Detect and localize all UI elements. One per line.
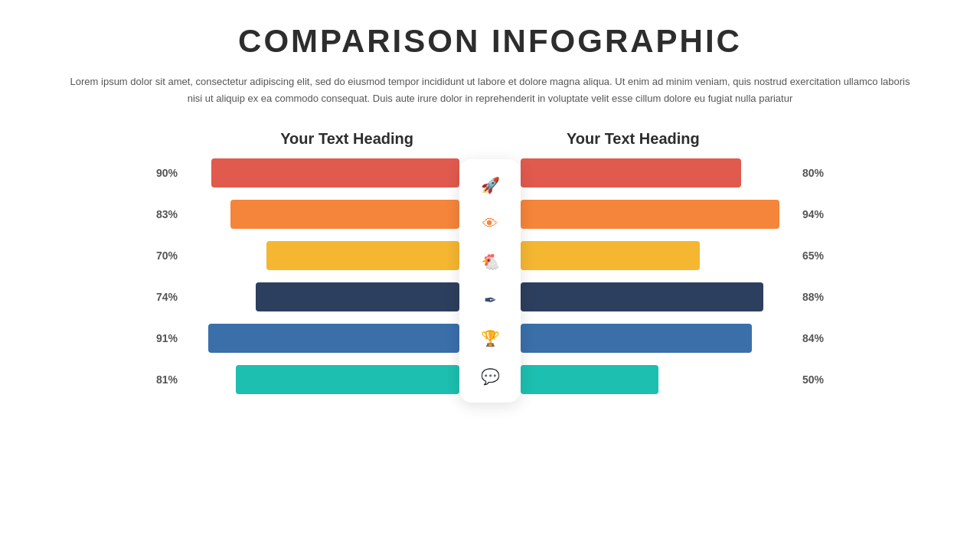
- right-bar-label: 80%: [802, 167, 833, 179]
- right-bar: [521, 365, 658, 394]
- right-bar-label: 84%: [802, 332, 833, 344]
- left-bar-label: 81%: [147, 373, 178, 386]
- right-bar-row: 84%: [521, 324, 934, 353]
- left-bar-label: 83%: [147, 208, 178, 220]
- right-bar-row: 88%: [521, 282, 934, 311]
- page-title: COMPARISON INFOGRAPHIC: [238, 23, 742, 60]
- right-bar: [521, 241, 700, 270]
- center-panel: 🚀👁🐔✒🏆💬: [459, 159, 521, 403]
- center-icon-3: ✒: [475, 285, 505, 315]
- left-heading: Your Text Heading: [46, 130, 459, 148]
- left-bar-label: 74%: [147, 291, 178, 303]
- left-bar: [236, 365, 459, 394]
- left-bar-row: 91%: [46, 324, 459, 353]
- left-bar: [230, 200, 459, 229]
- right-bar: [521, 282, 763, 311]
- right-bar-label: 88%: [802, 291, 833, 303]
- right-bar: [521, 200, 779, 229]
- center-icon-4: 🏆: [475, 323, 505, 354]
- left-bar-label: 90%: [147, 167, 178, 179]
- right-bar-row: 94%: [521, 200, 934, 229]
- right-bar-row: 80%: [521, 158, 934, 187]
- left-bar-label: 91%: [147, 332, 178, 344]
- left-bar: [211, 158, 459, 187]
- right-bar: [521, 324, 752, 353]
- right-bar-row: 50%: [521, 365, 934, 394]
- center-icon-5: 💬: [475, 361, 505, 392]
- chart-area: Your Text Heading 90%83%70%74%91%81% 🚀👁🐔…: [46, 130, 934, 406]
- right-heading: Your Text Heading: [521, 130, 934, 148]
- center-icon-0: 🚀: [475, 170, 505, 201]
- left-side: Your Text Heading 90%83%70%74%91%81%: [46, 130, 459, 406]
- left-bar: [208, 324, 459, 353]
- left-bar-row: 74%: [46, 282, 459, 311]
- center-icon-1: 👁: [475, 208, 505, 239]
- center-icon-2: 🐔: [475, 246, 505, 277]
- left-bar-row: 90%: [46, 158, 459, 187]
- right-bar-row: 65%: [521, 241, 934, 270]
- left-bar-row: 83%: [46, 200, 459, 229]
- left-bar: [266, 241, 459, 270]
- left-bar: [256, 282, 459, 311]
- right-bar-label: 65%: [802, 249, 833, 262]
- left-bar-label: 70%: [147, 249, 178, 262]
- subtitle-text: Lorem ipsum dolor sit amet, consectetur …: [69, 73, 911, 107]
- left-bar-row: 81%: [46, 365, 459, 394]
- right-side: Your Text Heading 80%94%65%88%84%50%: [521, 130, 934, 406]
- right-bar: [521, 158, 741, 187]
- right-bar-label: 94%: [802, 208, 833, 220]
- right-bar-label: 50%: [802, 373, 833, 386]
- left-bar-row: 70%: [46, 241, 459, 270]
